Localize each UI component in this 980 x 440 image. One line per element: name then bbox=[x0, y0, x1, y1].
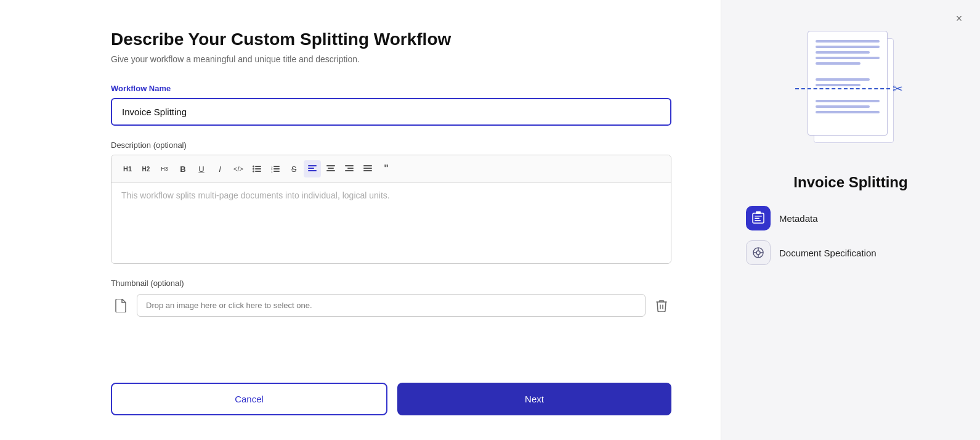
svg-rect-26 bbox=[755, 218, 759, 219]
svg-rect-19 bbox=[347, 168, 354, 169]
svg-rect-7 bbox=[273, 166, 280, 167]
editor-content-area[interactable]: This workflow splits multi-page document… bbox=[111, 183, 671, 263]
toolbar-align-left[interactable] bbox=[304, 160, 321, 177]
svg-rect-27 bbox=[755, 220, 761, 221]
main-container: Describe Your Custom Splitting Workflow … bbox=[0, 0, 980, 440]
toolbar-bullet-list[interactable] bbox=[248, 160, 265, 177]
right-panel: × bbox=[721, 0, 980, 440]
toolbar-italic[interactable]: I bbox=[211, 160, 229, 177]
metadata-icon-box bbox=[746, 206, 771, 230]
toolbar-align-right[interactable] bbox=[341, 160, 358, 177]
svg-rect-15 bbox=[326, 165, 335, 166]
left-panel: Describe Your Custom Splitting Workflow … bbox=[0, 0, 721, 440]
toolbar-code[interactable]: </> bbox=[230, 160, 247, 177]
scissors-row: ✂ bbox=[795, 81, 903, 96]
cancel-button[interactable]: Cancel bbox=[111, 383, 387, 415]
feature-item-doc-spec: Document Specification bbox=[746, 240, 955, 265]
svg-rect-18 bbox=[345, 165, 354, 166]
doc-line bbox=[816, 105, 870, 108]
svg-point-2 bbox=[253, 168, 254, 170]
page-title: Describe Your Custom Splitting Workflow bbox=[111, 30, 671, 49]
svg-rect-1 bbox=[255, 166, 261, 167]
doc-line bbox=[816, 57, 880, 59]
toolbar-numbered-list[interactable]: 1. 2. 3. bbox=[267, 160, 284, 177]
delete-thumbnail-button[interactable] bbox=[652, 296, 671, 316]
thumbnail-label: Thumbnail (optional) bbox=[111, 279, 671, 288]
thumbnail-row bbox=[111, 294, 671, 317]
toolbar-underline[interactable]: U bbox=[193, 160, 210, 177]
action-buttons: Cancel Next bbox=[111, 383, 671, 415]
svg-rect-21 bbox=[363, 165, 372, 166]
svg-point-0 bbox=[253, 166, 254, 168]
editor-toolbar: H1 H2 H3 B U I </> bbox=[111, 155, 671, 183]
svg-point-4 bbox=[253, 171, 254, 173]
toolbar-h1[interactable]: H1 bbox=[119, 160, 136, 177]
svg-rect-3 bbox=[255, 168, 261, 169]
doc-line bbox=[816, 51, 870, 54]
dashed-cut-line bbox=[795, 88, 890, 89]
doc-line bbox=[816, 40, 880, 43]
svg-rect-5 bbox=[255, 171, 261, 172]
svg-rect-28 bbox=[756, 211, 761, 214]
feature-item-metadata: Metadata bbox=[746, 206, 955, 230]
svg-rect-14 bbox=[308, 170, 317, 171]
workflow-name-preview: Invoice Splitting bbox=[793, 174, 907, 191]
workflow-name-label: Workflow Name bbox=[111, 84, 671, 93]
svg-text:3.: 3. bbox=[271, 170, 273, 173]
toolbar-quote[interactable]: " bbox=[378, 160, 395, 177]
svg-rect-23 bbox=[363, 170, 372, 171]
rich-text-editor: H1 H2 H3 B U I </> bbox=[111, 155, 671, 264]
svg-point-30 bbox=[756, 251, 760, 255]
description-label: Description (optional) bbox=[111, 141, 671, 150]
toolbar-align-center[interactable] bbox=[322, 160, 339, 177]
next-button[interactable]: Next bbox=[397, 383, 671, 415]
svg-rect-16 bbox=[328, 168, 334, 169]
doc-line bbox=[816, 100, 880, 102]
page-subtitle: Give your workflow a meaningful and uniq… bbox=[111, 54, 671, 64]
toolbar-align-justify[interactable] bbox=[359, 160, 376, 177]
workflow-name-input[interactable] bbox=[111, 98, 671, 126]
feature-list: Metadata Document Specification bbox=[746, 206, 955, 265]
svg-rect-11 bbox=[273, 171, 280, 172]
toolbar-bold[interactable]: B bbox=[174, 160, 192, 177]
svg-rect-17 bbox=[326, 170, 335, 171]
svg-rect-20 bbox=[345, 170, 354, 171]
doc-spec-icon-box bbox=[746, 240, 771, 265]
metadata-label: Metadata bbox=[779, 213, 818, 224]
thumbnail-input[interactable] bbox=[137, 294, 646, 317]
svg-rect-22 bbox=[363, 168, 372, 169]
doc-line bbox=[816, 111, 880, 113]
scissors-icon: ✂ bbox=[893, 81, 903, 96]
toolbar-h2[interactable]: H2 bbox=[137, 160, 155, 177]
file-icon bbox=[111, 296, 131, 316]
doc-line bbox=[816, 46, 880, 48]
close-button[interactable]: × bbox=[950, 10, 968, 27]
doc-line bbox=[816, 62, 861, 65]
svg-rect-25 bbox=[755, 216, 762, 217]
toolbar-h3[interactable]: H3 bbox=[156, 160, 173, 177]
document-illustration: ✂ bbox=[801, 31, 900, 154]
editor-placeholder: This workflow splits multi-page document… bbox=[121, 190, 390, 200]
doc-line bbox=[816, 78, 870, 81]
svg-rect-9 bbox=[273, 168, 280, 169]
doc-spec-label: Document Specification bbox=[779, 248, 877, 258]
toolbar-strikethrough[interactable]: S bbox=[285, 160, 302, 177]
svg-rect-12 bbox=[308, 165, 317, 166]
svg-rect-13 bbox=[308, 168, 314, 169]
